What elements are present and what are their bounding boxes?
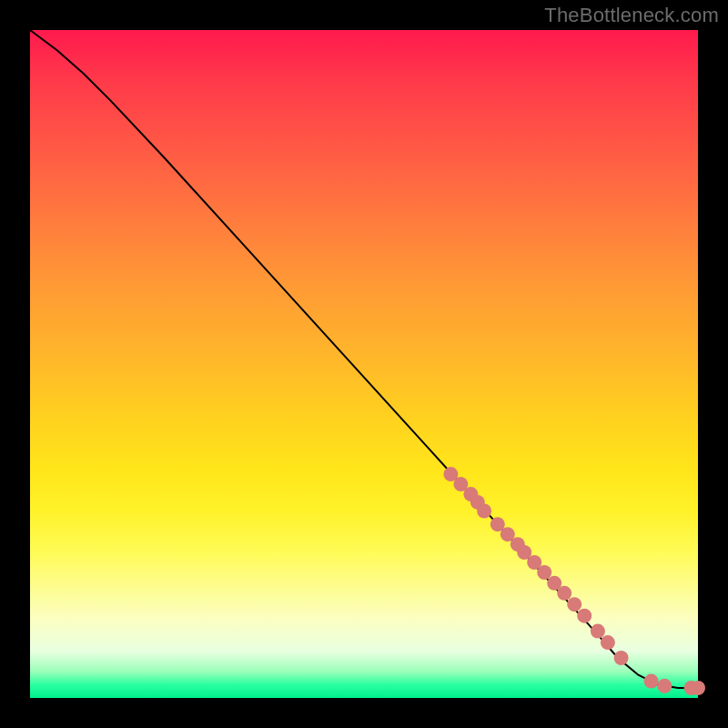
- data-point: [591, 624, 605, 639]
- chart-stage: TheBottleneck.com: [0, 0, 728, 728]
- data-point: [601, 635, 615, 650]
- scatter-points: [443, 467, 705, 695]
- bottleneck-curve: [30, 30, 698, 688]
- watermark-text: TheBottleneck.com: [544, 4, 719, 27]
- data-point: [577, 609, 592, 623]
- data-point: [557, 586, 571, 601]
- data-point: [537, 565, 551, 580]
- data-point: [657, 679, 672, 693]
- data-point: [614, 651, 629, 665]
- data-point: [477, 504, 491, 519]
- plot-overlay: [30, 30, 698, 698]
- data-point: [567, 597, 581, 612]
- data-point: [691, 681, 705, 695]
- data-point: [644, 674, 659, 689]
